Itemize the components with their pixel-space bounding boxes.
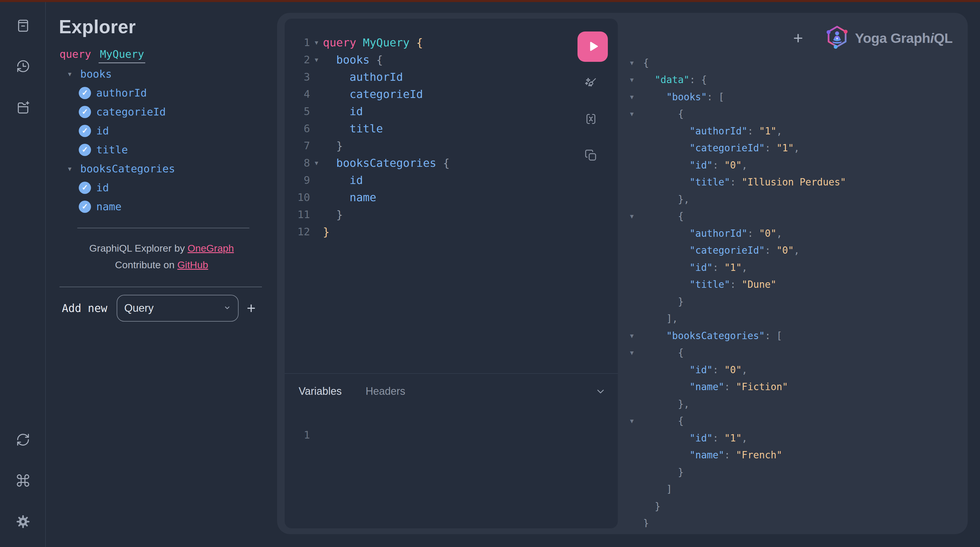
editor-line: 2▾ books { [285,51,565,68]
query-editor-panel: 1▾query MyQuery {2▾ books {3 authorId4 c… [285,19,618,528]
response-line: "name": "French" [624,447,959,464]
docs-icon [16,18,30,33]
line-number: 3 [285,71,310,83]
code-text: "id": "1", [643,262,748,273]
field-checkbox[interactable]: ✓ [79,200,91,213]
explorer-branch-books[interactable]: ▾books [59,64,264,83]
explorer-tree: ▾books✓authorId✓categorieId✓id✓title▾boo… [59,64,264,216]
explorer-leaf-id[interactable]: ✓id [59,121,264,140]
explorer-leaf-id[interactable]: ✓id [59,178,264,197]
code-text: booksCategories { [323,157,450,169]
response-viewer: ▾{▾ "data": {▾ "books": [▾ { "authorId":… [624,54,959,527]
operation-keyword: query [59,48,91,60]
fold-triangle-icon[interactable]: ▾ [624,332,643,340]
collapse-triangle-icon[interactable]: ▾ [68,165,77,173]
explorer-title: Explorer [59,16,136,38]
explorer-branch-booksCategories[interactable]: ▾booksCategories [59,159,264,178]
field-label: title [96,144,128,156]
brand-title: Yoga GraphiQL [855,30,953,46]
merge-fragments-button[interactable] [584,112,598,126]
credit-text: GraphiQL Explorer by [89,243,188,254]
code-text: "data": { [643,74,707,86]
code-text: } [643,518,649,527]
collapse-triangle-icon[interactable]: ▾ [68,70,77,78]
query-editor[interactable]: 1▾query MyQuery {2▾ books {3 authorId4 c… [285,34,565,240]
graphiql-session: + Yoga Graph [277,13,968,534]
explorer-leaf-categorieId[interactable]: ✓categorieId [59,102,264,121]
field-label: books [80,68,112,80]
prettify-button[interactable] [584,76,598,90]
editor-line: 9 id [285,172,565,189]
yoga-graphiql-logo-icon [826,25,848,51]
keyboard-shortcuts-button[interactable] [16,473,30,488]
tab-variables[interactable]: Variables [299,385,342,398]
new-tab-button[interactable]: + [793,29,803,46]
field-checkbox[interactable]: ✓ [79,106,91,118]
code-text: "booksCategories": [ [643,330,782,342]
divider [59,286,262,287]
line-number: 7 [285,140,310,152]
explorer-leaf-title[interactable]: ✓title [59,140,264,159]
chevron-down-icon [223,303,232,313]
explorer-leaf-authorId[interactable]: ✓authorId [59,83,264,102]
top-accent-bar [0,0,980,2]
response-line: } [624,293,959,310]
response-line: } [624,498,959,515]
code-text: } [643,296,684,307]
editor-line: 8▾ booksCategories { [285,154,565,172]
add-operation-button[interactable]: + [247,299,256,317]
fold-triangle-icon[interactable]: ▾ [624,59,643,67]
fold-triangle-icon[interactable]: ▾ [624,93,643,101]
onegraph-link[interactable]: OneGraph [188,243,234,254]
folder-plus-icon [16,100,30,115]
code-text: query MyQuery { [323,36,423,49]
collapse-tools-chevron-icon[interactable] [595,386,606,397]
copy-query-button[interactable] [584,148,598,162]
code-text: "id": "0", [643,364,748,375]
code-text: "title": "Dune" [643,279,776,290]
merge-icon [584,112,598,126]
response-line: "id": "0", [624,157,959,174]
line-number: 5 [285,105,310,117]
fold-triangle-icon[interactable]: ▾ [624,110,643,118]
code-text: { [643,415,684,426]
history-icon [16,59,30,74]
explorer-leaf-name[interactable]: ✓name [59,197,264,216]
history-button[interactable] [16,59,30,74]
github-link[interactable]: GitHub [177,259,208,270]
editor-line: 6 title [285,120,565,137]
fold-triangle-icon[interactable]: ▾ [624,76,643,84]
editor-line: 1▾query MyQuery { [285,34,565,51]
operation-name-input[interactable]: MyQuery [99,48,145,63]
docs-button[interactable] [16,18,30,33]
fold-triangle-icon[interactable]: ▾ [624,212,643,220]
fold-triangle-icon[interactable]: ▾ [310,159,323,167]
response-line: } [624,464,959,481]
response-line: }, [624,395,959,413]
editor-line: 3 authorId [285,68,565,86]
field-checkbox[interactable]: ✓ [79,182,91,194]
fold-triangle-icon[interactable]: ▾ [624,348,643,357]
settings-button[interactable] [16,514,30,529]
line-number: 1 [285,37,310,48]
fold-triangle-icon[interactable]: ▾ [624,417,643,425]
refetch-schema-button[interactable] [16,432,30,447]
add-new-label: Add new [62,302,107,315]
execute-query-button[interactable] [578,32,608,62]
contribute-text: Contribute on [115,259,177,270]
fold-triangle-icon[interactable]: ▾ [310,56,323,64]
code-text: { [643,57,649,68]
explorer-panel: Explorer query MyQuery ▾books✓authorId✓c… [46,2,272,547]
fold-triangle-icon[interactable]: ▾ [310,38,323,47]
variables-editor[interactable]: 1 [285,426,310,444]
add-new-type-select[interactable]: Query [117,295,239,321]
response-line: ▾ "books": [ [624,88,959,105]
code-text: "title": "Illusion Perdues" [643,177,846,188]
response-line: "name": "Fiction" [624,378,959,396]
field-checkbox[interactable]: ✓ [79,125,91,137]
add-collection-button[interactable] [16,100,30,115]
field-checkbox[interactable]: ✓ [79,144,91,156]
field-checkbox[interactable]: ✓ [79,87,91,99]
tab-headers[interactable]: Headers [366,385,405,398]
prettify-icon [584,76,598,90]
